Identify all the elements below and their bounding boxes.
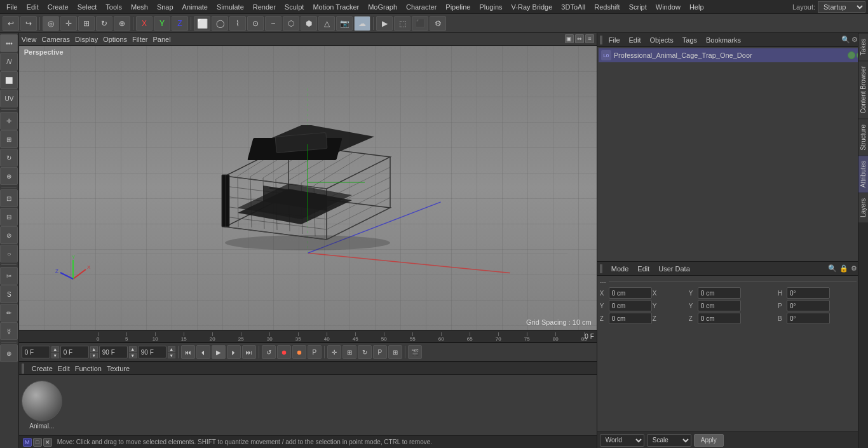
sidebar-tool-transform[interactable]: ⊕: [0, 167, 18, 185]
attr-settings-icon[interactable]: ⚙: [851, 264, 857, 273]
move-key-button[interactable]: ✛: [327, 345, 341, 359]
menu-redshift[interactable]: Redshift: [590, 2, 623, 12]
nurbs-button[interactable]: ◯: [212, 16, 228, 31]
motion-key-button[interactable]: P: [308, 345, 322, 359]
obj-menu-edit[interactable]: Edit: [627, 35, 644, 45]
goto-end-button[interactable]: ⏭: [242, 345, 256, 359]
menu-window[interactable]: Window: [652, 2, 684, 12]
sidebar-tool-knife[interactable]: ✂: [0, 267, 18, 285]
apply-button[interactable]: Apply: [694, 434, 724, 447]
render-to-picture-viewer-button[interactable]: ▶: [376, 16, 393, 31]
sidebar-mode-uv[interactable]: UV: [0, 90, 18, 107]
attr-menu-userdata[interactable]: User Data: [656, 264, 693, 274]
sidebar-tool-bevel[interactable]: ⊘: [0, 226, 18, 244]
sidebar-tool-paint[interactable]: ✏: [0, 304, 18, 322]
obj-menu-file[interactable]: File: [606, 35, 623, 45]
menu-select[interactable]: Select: [74, 2, 101, 12]
pos2-y2-input[interactable]: [698, 300, 741, 311]
current-time-input[interactable]: [60, 346, 89, 358]
scale-key-button[interactable]: ⊞: [342, 345, 356, 359]
menu-mesh[interactable]: Mesh: [127, 2, 152, 12]
sidebar-tool-magnet[interactable]: ⊛: [0, 344, 18, 362]
menu-simulate[interactable]: Simulate: [213, 2, 248, 12]
menu-help[interactable]: Help: [686, 2, 708, 12]
record-button[interactable]: ⏺: [277, 345, 291, 359]
sidebar-tool-inner-extrude[interactable]: ⊟: [0, 208, 18, 226]
sidebar-tool-rotate[interactable]: ↻: [0, 149, 18, 166]
pos-y-input[interactable]: [698, 287, 741, 299]
mograph-button[interactable]: ⬡: [283, 16, 299, 31]
mat-menu-create[interactable]: Create: [32, 365, 53, 372]
menu-sculpt[interactable]: Sculpt: [281, 2, 308, 12]
current-frame-down[interactable]: ▼: [90, 353, 98, 358]
obj-menu-tags[interactable]: Tags: [680, 35, 700, 45]
mat-menu-texture[interactable]: Texture: [107, 365, 130, 372]
menu-snap[interactable]: Snap: [153, 2, 177, 12]
loop-button[interactable]: ↺: [262, 345, 276, 359]
goto-start-button[interactable]: ⏮: [181, 345, 195, 359]
sidebar-mode-polygons[interactable]: ⬜: [0, 71, 18, 89]
menu-render[interactable]: Render: [249, 2, 280, 12]
scale-system-dropdown[interactable]: Scale Size: [647, 434, 691, 447]
spline-button[interactable]: ~: [265, 16, 281, 31]
end-frame-input[interactable]: [99, 346, 128, 358]
viewport-menu-cameras[interactable]: Cameras: [41, 36, 70, 43]
end-frame-up[interactable]: ▲: [129, 346, 137, 352]
sidebar-tool-extrude[interactable]: ⊡: [0, 189, 18, 207]
material-item[interactable]: Animal...: [22, 381, 62, 430]
sidebar-tool-move[interactable]: ✛: [0, 112, 18, 130]
status-close-icon[interactable]: ✕: [43, 438, 52, 447]
pos3-z2-input[interactable]: [698, 313, 741, 324]
start-frame-up[interactable]: ▲: [51, 346, 59, 352]
render-settings-button[interactable]: ⚙: [430, 16, 446, 31]
obj-vis-editor[interactable]: [848, 51, 855, 59]
menu-edit[interactable]: Edit: [23, 2, 43, 12]
step-back-button[interactable]: ⏴: [196, 345, 210, 359]
menu-script[interactable]: Script: [625, 2, 651, 12]
objects-settings-icon[interactable]: ⚙: [851, 36, 858, 44]
end-frame-2-input[interactable]: [138, 346, 166, 358]
cube-object-button[interactable]: ⬜: [194, 16, 210, 31]
deformer-button[interactable]: ⌇: [229, 16, 246, 31]
current-frame-up[interactable]: ▲: [90, 346, 98, 352]
render-preview-button[interactable]: 🎬: [408, 345, 422, 359]
step-forward-button[interactable]: ⏵: [227, 345, 241, 359]
object-item-cage[interactable]: L0 Professional_Animal_Cage_Trap_One_Doo…: [599, 48, 867, 62]
viewport-menu-display[interactable]: Display: [75, 36, 98, 43]
rotate-key-button[interactable]: ↻: [358, 345, 372, 359]
transform-button[interactable]: ⊕: [114, 16, 130, 31]
viewport-menu-options[interactable]: Options: [103, 36, 127, 43]
end-frame-2-down[interactable]: ▼: [168, 353, 175, 358]
sidebar-mode-edges[interactable]: /\/: [0, 53, 18, 71]
menu-tools[interactable]: Tools: [102, 2, 126, 12]
play-forward-button[interactable]: ▶: [212, 345, 226, 359]
y-axis-button[interactable]: Y: [154, 16, 170, 31]
sky-button[interactable]: ☁: [354, 16, 370, 31]
viewport[interactable]: View Cameras Display Options Filter Pane…: [19, 33, 597, 330]
start-frame-input[interactable]: [22, 346, 50, 358]
viewport-menu-panel[interactable]: Panel: [153, 36, 171, 43]
layout-dropdown[interactable]: Startup Standard: [818, 1, 865, 13]
attr-lock-icon[interactable]: 🔒: [839, 264, 848, 273]
mat-menu-edit[interactable]: Edit: [58, 365, 70, 372]
end-frame-down[interactable]: ▼: [129, 353, 137, 358]
live-selection-button[interactable]: ◎: [43, 16, 59, 31]
viewport-menu-filter[interactable]: Filter: [132, 36, 147, 43]
sidebar-mode-points[interactable]: •••: [0, 34, 18, 52]
rotate-tool-button[interactable]: ↻: [96, 16, 112, 31]
attr-search-icon[interactable]: 🔍: [828, 264, 837, 273]
pos3-z-input[interactable]: [609, 313, 652, 324]
point-key-button[interactable]: ⊞: [388, 345, 402, 359]
param-key-button[interactable]: P: [373, 345, 387, 359]
sidebar-tool-smooth[interactable]: S: [0, 285, 18, 303]
x-axis-button[interactable]: X: [136, 16, 153, 31]
vtab-layers[interactable]: Layers: [858, 193, 868, 222]
attr-menu-edit[interactable]: Edit: [635, 264, 652, 274]
pos-x-input[interactable]: [609, 287, 652, 299]
sidebar-tool-sculpt[interactable]: ☿: [0, 322, 18, 340]
obj-menu-objects[interactable]: Objects: [647, 35, 675, 45]
vtab-content-browser[interactable]: Content Browser: [858, 60, 868, 118]
menu-create[interactable]: Create: [44, 2, 72, 12]
render-region-button[interactable]: ⬚: [394, 16, 410, 31]
menu-mograph[interactable]: MoGraph: [364, 2, 401, 12]
